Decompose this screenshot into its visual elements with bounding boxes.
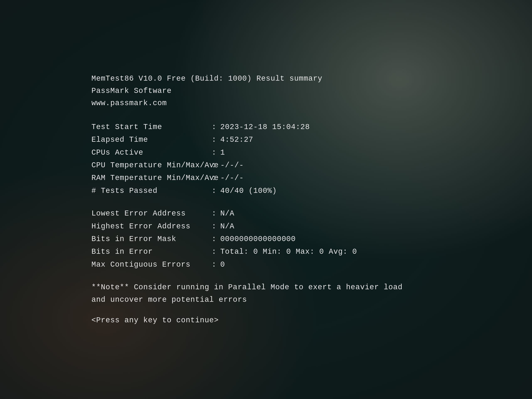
info-row: RAM Temperature Min/Max/Ave : -/-/-	[91, 172, 441, 184]
company-line: PassMark Software	[91, 85, 441, 97]
error-colon: :	[208, 220, 220, 233]
error-row: Bits in Error Mask : 0000000000000000	[91, 233, 441, 245]
info-label: Test Start Time	[91, 121, 208, 133]
info-colon: :	[208, 146, 220, 159]
error-row: Max Contiguous Errors : 0	[91, 259, 441, 271]
terminal-output: MemTest86 V10.0 Free (Build: 1000) Resul…	[79, 56, 453, 343]
info-label: # Tests Passed	[91, 185, 208, 197]
error-row: Lowest Error Address : N/A	[91, 207, 441, 220]
error-colon: :	[208, 207, 220, 220]
error-colon: :	[208, 246, 220, 258]
info-value: -/-/-	[220, 159, 441, 171]
info-label: RAM Temperature Min/Max/Ave	[91, 172, 208, 184]
note-line1: **Note** Consider running in Parallel Mo…	[91, 281, 441, 293]
info-label: CPU Temperature Min/Max/Ave	[91, 159, 208, 171]
info-colon: :	[208, 134, 220, 146]
error-label: Bits in Error Mask	[91, 233, 208, 245]
info-value: 2023-12-18 15:04:28	[220, 121, 441, 133]
info-colon: :	[208, 121, 220, 133]
error-value: N/A	[220, 220, 441, 233]
error-row: Bits in Error : Total: 0 Min: 0 Max: 0 A…	[91, 246, 441, 258]
error-colon: :	[208, 259, 220, 271]
info-value: 1	[220, 146, 441, 159]
info-row: Test Start Time : 2023-12-18 15:04:28	[91, 121, 441, 133]
info-colon: :	[208, 185, 220, 197]
error-section: Lowest Error Address : N/A Highest Error…	[91, 207, 441, 271]
info-table: Test Start Time : 2023-12-18 15:04:28 El…	[91, 121, 441, 197]
title-line: MemTest86 V10.0 Free (Build: 1000) Resul…	[91, 73, 441, 85]
info-colon: :	[208, 172, 220, 184]
info-value: 4:52:27	[220, 134, 441, 146]
error-label: Max Contiguous Errors	[91, 259, 208, 271]
website-line: www.passmark.com	[91, 97, 441, 109]
error-label: Highest Error Address	[91, 220, 208, 233]
info-label: CPUs Active	[91, 146, 208, 159]
error-value: N/A	[220, 207, 441, 220]
info-label: Elapsed Time	[91, 134, 208, 146]
info-value: -/-/-	[220, 172, 441, 184]
error-label: Bits in Error	[91, 246, 208, 258]
error-label: Lowest Error Address	[91, 207, 208, 220]
note-line2: and uncover more potential errors	[91, 294, 441, 306]
error-value: Total: 0 Min: 0 Max: 0 Avg: 0	[220, 246, 441, 258]
info-colon: :	[208, 159, 220, 171]
header-block: MemTest86 V10.0 Free (Build: 1000) Resul…	[91, 73, 441, 109]
info-row: CPU Temperature Min/Max/Ave : -/-/-	[91, 159, 441, 171]
note-section: **Note** Consider running in Parallel Mo…	[91, 281, 441, 306]
press-any-key[interactable]: <Press any key to continue>	[91, 314, 441, 326]
info-value: 40/40 (100%)	[220, 185, 441, 197]
info-row: CPUs Active : 1	[91, 146, 441, 159]
info-row: # Tests Passed : 40/40 (100%)	[91, 185, 441, 197]
error-value: 0000000000000000	[220, 233, 441, 245]
info-row: Elapsed Time : 4:52:27	[91, 134, 441, 146]
error-value: 0	[220, 259, 441, 271]
error-row: Highest Error Address : N/A	[91, 220, 441, 233]
error-colon: :	[208, 233, 220, 245]
